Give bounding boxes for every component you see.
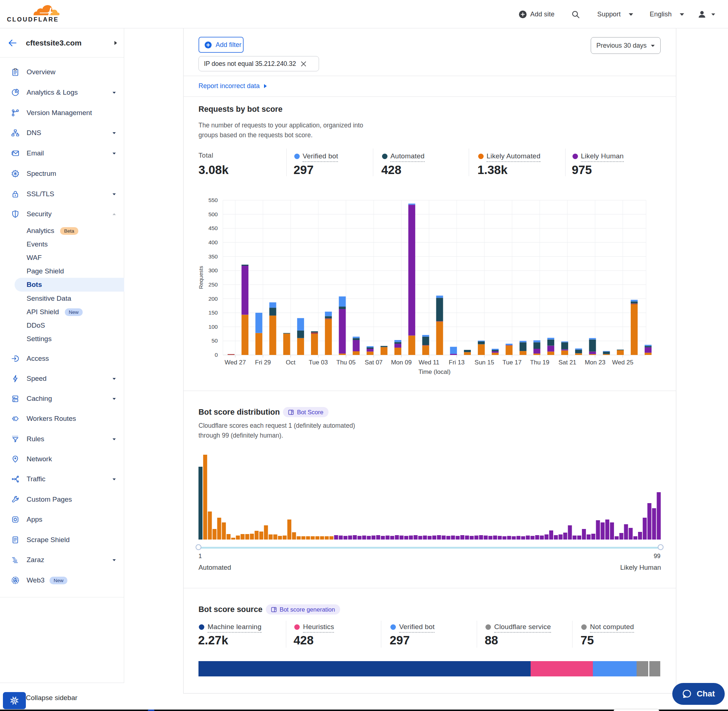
svg-text:Wed 25: Wed 25 (612, 359, 633, 366)
svg-text:100: 100 (208, 324, 218, 330)
svg-text:Wed 27: Wed 27 (225, 359, 246, 366)
svg-text:250: 250 (208, 282, 218, 288)
svg-text:150: 150 (208, 310, 218, 316)
svg-text:500: 500 (208, 211, 218, 217)
svg-text:Thu 05: Thu 05 (337, 359, 356, 366)
svg-text:350: 350 (208, 254, 218, 260)
svg-text:300: 300 (208, 267, 218, 273)
svg-text:Sun 15: Sun 15 (474, 359, 494, 366)
svg-text:Wed 11: Wed 11 (418, 359, 439, 366)
svg-text:450: 450 (208, 225, 218, 231)
svg-text:Oct: Oct (286, 359, 296, 366)
svg-text:Mon 23: Mon 23 (585, 359, 605, 366)
svg-text:400: 400 (208, 239, 218, 245)
svg-text:Sat 07: Sat 07 (365, 359, 382, 366)
svg-text:Mon 09: Mon 09 (391, 359, 412, 366)
svg-text:Time (local): Time (local) (418, 369, 450, 375)
svg-text:Fri 29: Fri 29 (255, 359, 270, 366)
svg-text:Tue 03: Tue 03 (309, 359, 328, 366)
svg-text:Fri 13: Fri 13 (449, 359, 464, 366)
svg-text:550: 550 (208, 197, 218, 203)
svg-text:Thu 19: Thu 19 (530, 359, 549, 366)
svg-text:50: 50 (211, 338, 218, 344)
svg-text:Requests: Requests (198, 266, 204, 289)
svg-text:0: 0 (214, 352, 218, 358)
svg-text:Tue 17: Tue 17 (502, 359, 521, 366)
svg-text:200: 200 (208, 296, 218, 302)
svg-text:Sat 21: Sat 21 (558, 359, 576, 366)
